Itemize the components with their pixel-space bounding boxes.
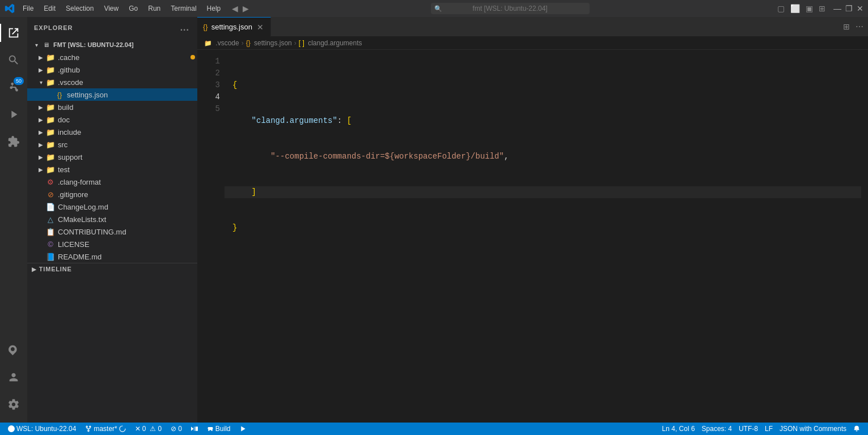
tree-item-src[interactable]: ▶ 📁 src — [27, 138, 197, 151]
timeline-label: TIMELINE — [39, 266, 72, 272]
include-label: include — [58, 128, 197, 137]
search-icon: 🔍 — [434, 5, 442, 12]
breadcrumb-settings-json[interactable]: {} settings.json — [246, 39, 292, 47]
status-language[interactable]: JSON with Comments — [776, 423, 850, 435]
restore-button[interactable]: ❐ — [845, 5, 852, 12]
tree-root[interactable]: ▾ 🖥 FMT [WSL: UBUNTU-22.04] — [27, 39, 197, 51]
menu-go[interactable]: Go — [124, 3, 142, 14]
status-errors[interactable]: ✕ 0 ⚠ 0 — [132, 423, 165, 435]
code-content[interactable]: { "clangd.arguments": [ "--compile-comma… — [225, 50, 861, 423]
tree-item-readme[interactable]: ▶ 📘 README.md — [27, 250, 197, 263]
nav-forward-button[interactable]: ▶ — [243, 4, 249, 13]
tree-item-test[interactable]: ▶ 📁 test — [27, 163, 197, 176]
tree-item-support[interactable]: ▶ 📁 support — [27, 151, 197, 163]
code-line-2: "clangd.arguments": [ — [232, 115, 861, 127]
settings-json-icon: {} — [54, 91, 65, 99]
activity-extensions[interactable] — [0, 128, 27, 155]
encoding-label: UTF-8 — [739, 425, 758, 433]
tab-settings-json-label: settings.json — [211, 23, 252, 31]
search-input[interactable] — [431, 3, 590, 14]
toggle-auxiliary-icon[interactable]: ▣ — [804, 3, 815, 14]
activity-source-control[interactable]: 50 — [0, 74, 27, 101]
tree-item-license[interactable]: ▶ © LICENSE — [27, 238, 197, 250]
tree-item-github[interactable]: ▶ 📁 .github — [27, 63, 197, 76]
build-label: Build — [215, 425, 231, 433]
tab-settings-json[interactable]: {} settings.json ✕ — [197, 17, 271, 37]
menu-terminal[interactable]: Terminal — [166, 3, 201, 14]
code-line-4: ] — [225, 186, 861, 198]
tree-item-cache[interactable]: ▶ 📁 .cache — [27, 51, 197, 63]
status-bar: WSL: Ubuntu-22.04 master* ✕ 0 ⚠ 0 ⊘ 0 Bu… — [0, 423, 868, 435]
breadcrumb: 📁 .vscode › {} settings.json › [ ] clang… — [197, 37, 868, 50]
cmakelists-label: CMakeLists.txt — [58, 215, 197, 224]
activity-settings[interactable] — [0, 391, 27, 418]
toggle-panel-icon[interactable]: ⬜ — [789, 3, 802, 14]
activity-accounts[interactable] — [0, 364, 27, 391]
status-spaces[interactable]: Spaces: 4 — [698, 423, 735, 435]
status-encoding[interactable]: UTF-8 — [735, 423, 761, 435]
main-area: 50 EXPLORER ... — [0, 17, 868, 423]
tree-item-cmakelists[interactable]: ▶ △ CMakeLists.txt — [27, 213, 197, 225]
menu-file[interactable]: File — [18, 3, 38, 14]
root-folder-icon: 🖥 — [41, 41, 51, 48]
scrollbar-track — [861, 50, 868, 423]
menu-run[interactable]: Run — [143, 3, 165, 14]
menu-selection[interactable]: Selection — [61, 3, 98, 14]
status-run[interactable] — [188, 423, 201, 435]
code-editor[interactable]: 1 2 3 4 5 { "clangd.arguments": [ "--com… — [197, 50, 868, 423]
editor-area: {} settings.json ✕ ⊞ ⋯ 📁 .vscode › {} se… — [197, 17, 868, 423]
menu-view[interactable]: View — [99, 3, 123, 14]
breadcrumb-settings-json-label: settings.json — [254, 39, 292, 47]
src-arrow-icon: ▶ — [36, 142, 45, 148]
nav-back-button[interactable]: ◀ — [232, 4, 238, 13]
tree-item-settings-json[interactable]: ▶ {} settings.json — [27, 88, 197, 101]
sidebar-more-actions[interactable]: ... — [179, 22, 190, 34]
close-button[interactable]: ✕ — [857, 5, 863, 12]
status-branch[interactable]: master* — [82, 423, 129, 435]
status-line-ending[interactable]: LF — [761, 423, 776, 435]
activity-search[interactable] — [0, 46, 27, 74]
split-editor-button[interactable]: ⊞ — [841, 21, 852, 32]
contributing-icon: 📋 — [45, 228, 56, 236]
status-bell[interactable] — [850, 423, 863, 435]
error-count: 0 — [142, 425, 146, 433]
status-info[interactable]: ⊘ 0 — [167, 423, 185, 435]
contributing-label: CONTRIBUTING.md — [58, 228, 197, 236]
tree-item-gitignore[interactable]: ▶ ⊘ .gitignore — [27, 188, 197, 201]
clang-format-label: .clang-format — [58, 178, 197, 186]
clang-format-icon: ⚙ — [45, 178, 56, 186]
status-run-btn[interactable] — [236, 423, 250, 435]
menu-edit[interactable]: Edit — [39, 3, 60, 14]
tree-item-clang-format[interactable]: ▶ ⚙ .clang-format — [27, 176, 197, 188]
explorer-title: EXPLORER — [34, 24, 73, 31]
customize-layout-icon[interactable]: ⊞ — [817, 3, 827, 14]
timeline-header[interactable]: ▶ TIMELINE — [27, 263, 197, 275]
menu-bar: File Edit Selection View Go Run Terminal… — [18, 3, 225, 14]
settings-json-label: settings.json — [67, 91, 197, 99]
tree-item-include[interactable]: ▶ 📁 include — [27, 126, 197, 138]
breadcrumb-vscode[interactable]: 📁 .vscode — [204, 39, 239, 47]
tab-settings-json-close[interactable]: ✕ — [256, 23, 265, 32]
status-position[interactable]: Ln 4, Col 6 — [659, 423, 698, 435]
readme-label: README.md — [58, 253, 197, 261]
tree-item-doc[interactable]: ▶ 📁 doc — [27, 113, 197, 126]
breadcrumb-vscode-label: .vscode — [215, 39, 239, 47]
activity-run-debug[interactable] — [0, 101, 27, 128]
tree-item-build[interactable]: ▶ 📁 build — [27, 101, 197, 113]
status-wsl-label: WSL: Ubuntu-22.04 — [16, 425, 76, 433]
tree-item-changelog[interactable]: ▶ 📄 ChangeLog.md — [27, 201, 197, 213]
tree-item-contributing[interactable]: ▶ 📋 CONTRIBUTING.md — [27, 225, 197, 238]
toggle-sidebar-icon[interactable]: ▢ — [776, 3, 786, 14]
menu-help[interactable]: Help — [202, 3, 226, 14]
status-build[interactable]: Build — [204, 423, 234, 435]
tree-item-vscode[interactable]: ▾ 📁 .vscode — [27, 76, 197, 88]
info-count: 0 — [178, 425, 182, 433]
status-wsl[interactable]: WSL: Ubuntu-22.04 — [5, 423, 79, 435]
activity-explorer[interactable] — [0, 19, 27, 46]
breadcrumb-clangd-args[interactable]: [ ] clangd.arguments — [299, 39, 362, 47]
activity-remote[interactable] — [0, 336, 27, 364]
more-tabs-button[interactable]: ⋯ — [853, 21, 866, 32]
breadcrumb-settings-json-icon: {} — [246, 39, 251, 47]
minimize-button[interactable]: — — [834, 5, 841, 12]
line-num-3: 3 — [197, 79, 220, 91]
